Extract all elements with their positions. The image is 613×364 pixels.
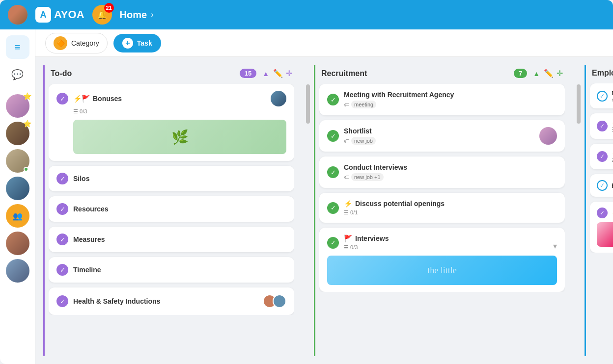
tag-conduct: new job +1 — [351, 173, 384, 181]
card-health-safety[interactable]: ✓ Health & Safety Inductions — [49, 287, 294, 315]
recruitment-count-chevron: ▲ — [533, 70, 540, 78]
card-health-img[interactable]: ✓ ⚡🚩 Hea... — [590, 202, 613, 253]
todo-move-icon[interactable]: ✛ — [286, 69, 292, 78]
card-meeting-recruitment[interactable]: ✓ Meeting with Recruitment Agency 🏷 meet… — [319, 84, 565, 115]
check-new-ind[interactable]: ✓ — [597, 151, 608, 162]
card-bonuses[interactable]: ✓ ⚡🚩 Bonuses ☰ 0/3 🌿 — [49, 84, 294, 161]
avatar-user3[interactable] — [6, 149, 29, 173]
avatar-user2[interactable]: ⭐ — [6, 122, 29, 145]
card-title-shortlist: Shortlist — [344, 127, 376, 135]
check-conduct[interactable]: ✓ — [327, 166, 339, 178]
card-title-measures: Measures — [73, 235, 105, 243]
recruitment-cards-list: ✓ Meeting with Recruitment Agency 🏷 meet… — [319, 84, 565, 292]
home-label: Home — [120, 9, 147, 21]
avatar-user4[interactable] — [6, 177, 29, 200]
user-avatar[interactable] — [8, 5, 28, 25]
category-button[interactable]: 🔶 Category — [45, 33, 108, 53]
check-health-emp[interactable]: ✓ — [597, 180, 608, 191]
card-image-health — [597, 222, 613, 247]
check-adve[interactable]: ✓ — [597, 121, 608, 131]
card-timeline[interactable]: ✓ Timeline — [49, 257, 294, 283]
flag-icon-bonuses: ⚡🚩 — [73, 95, 90, 103]
employment-column-border — [585, 65, 586, 356]
check-new-start[interactable]: ✓ — [597, 91, 608, 102]
main-content: 🔶 Category + Task To-do 15 ▲ ✏️ — [35, 29, 613, 364]
recruitment-column-title: Recruitment — [321, 69, 510, 78]
employment-column-title: Employment & ... — [592, 69, 613, 78]
board: To-do 15 ▲ ✏️ ✛ ✓ — [35, 57, 613, 364]
check-discuss[interactable]: ✓ — [327, 202, 339, 214]
check-meeting[interactable]: ✓ — [327, 94, 339, 105]
card-tag-shortlist: 🏷 new job — [344, 137, 376, 145]
card-measures[interactable]: ✓ Measures — [49, 227, 294, 252]
tasks-icon: ≡ — [15, 42, 21, 53]
logo-icon: A — [35, 7, 51, 23]
recruitment-column-border — [314, 65, 315, 356]
check-interviews[interactable]: ✓ — [327, 237, 339, 249]
recruitment-edit-icon[interactable]: ✏️ — [544, 69, 554, 78]
tag-icon: 🏷 — [344, 102, 349, 107]
card-title-silos: Silos — [73, 175, 89, 182]
recruitment-move-icon[interactable]: ✛ — [557, 69, 563, 78]
card-health-emp[interactable]: ✓ Health & S... — [590, 174, 613, 197]
recruitment-column: Recruitment 7 ▲ ✏️ ✛ ✓ — [319, 65, 565, 356]
card-discuss-openings[interactable]: ✓ ⚡ Discuss potential openings ☰ 0/1 — [319, 193, 565, 223]
notification-bell[interactable]: 🔔 21 — [92, 5, 112, 25]
card-resources[interactable]: ✓ Resources — [49, 196, 294, 222]
check-shortlist[interactable]: ✓ — [327, 130, 339, 142]
check-health-safety[interactable]: ✓ — [56, 295, 68, 307]
card-title-conduct: Conduct Interviews — [344, 163, 407, 171]
home-title: Home › — [120, 9, 154, 21]
add-task-button[interactable]: + Task — [113, 34, 161, 52]
card-tag-conduct: 🏷 new job +1 — [344, 173, 407, 181]
card-tag-meeting: 🏷 meeting — [344, 101, 454, 108]
avatar-user1[interactable]: ⭐ — [6, 94, 29, 118]
card-interviews[interactable]: ✓ 🚩 Interviews ☰ 0/3 ▾ — [319, 228, 565, 292]
recruitment-column-count: 7 — [514, 69, 527, 78]
card-shortlist[interactable]: ✓ Shortlist 🏷 new job — [319, 120, 565, 152]
check-resources[interactable]: ✓ — [56, 203, 68, 215]
sidebar-item-chat[interactable]: 💬 — [6, 63, 29, 86]
logo: A AYOA — [35, 7, 84, 23]
plus-icon: + — [122, 38, 133, 49]
card-meta-interviews: ☰ 0/3 — [344, 244, 389, 251]
card-title-meeting: Meeting with Recruitment Agency — [344, 91, 454, 99]
card-silos[interactable]: ✓ Silos — [49, 166, 294, 191]
todo-column-count: 15 — [240, 69, 256, 78]
check-health-img[interactable]: ✓ — [597, 208, 608, 218]
notification-count: 21 — [104, 3, 114, 13]
employment-column: Employment & ... ✓ New start 🏷 — [590, 65, 613, 356]
card-expand-icon: ▾ — [553, 241, 557, 251]
avatar-user6[interactable] — [6, 232, 29, 255]
card-meta-bonuses: ☰ 0/3 — [73, 108, 286, 115]
sidebar-item-tasks[interactable]: ≡ — [6, 35, 29, 59]
scroll-divider-2[interactable] — [577, 84, 581, 124]
tag-shortlist: new job — [351, 137, 376, 145]
scroll-divider-1[interactable] — [306, 84, 310, 124]
check-measures[interactable]: ✓ — [56, 234, 68, 245]
todo-cards-list: ✓ ⚡🚩 Bonuses ☰ 0/3 🌿 — [49, 84, 294, 315]
card-title-discuss: ⚡ Discuss potential openings — [344, 200, 445, 208]
todo-column-actions: ✏️ ✛ — [273, 69, 292, 78]
header: A AYOA 🔔 21 Home › — [0, 0, 613, 29]
tag-icon: 🏷 — [344, 174, 349, 180]
health-safety-avatars — [263, 294, 286, 308]
health-avatar-2 — [273, 294, 286, 308]
recruitment-column-actions: ✏️ ✛ — [544, 69, 563, 78]
card-new-start[interactable]: ✓ New start 🏷 office +1 — [590, 83, 613, 108]
card-conduct-interviews[interactable]: ✓ Conduct Interviews 🏷 new job +1 — [319, 156, 565, 188]
employment-cards-list: ✓ New start 🏷 office +1 — [590, 83, 613, 253]
employment-column-header: Employment & ... — [590, 65, 613, 83]
category-label: Category — [71, 39, 99, 47]
check-bonuses[interactable]: ✓ — [56, 93, 68, 104]
check-timeline[interactable]: ✓ — [56, 264, 68, 276]
todo-edit-icon[interactable]: ✏️ — [273, 69, 283, 78]
check-silos[interactable]: ✓ — [56, 173, 68, 184]
bolt-icon-discuss: ⚡ — [344, 200, 352, 208]
avatar-user7[interactable] — [6, 259, 29, 283]
star-badge: ⭐ — [23, 120, 31, 128]
card-new-ind[interactable]: ✓ ⚡🚩 New... ☰ 0/2 🏷 inc... — [590, 144, 613, 169]
card-adve[interactable]: ✓ ⚡🚩 Adve... ☰ 1/4 🏷 ne... — [590, 113, 613, 139]
avatar-user5[interactable]: 👥 — [6, 204, 29, 228]
card-image-bonuses: 🌿 — [73, 120, 286, 154]
